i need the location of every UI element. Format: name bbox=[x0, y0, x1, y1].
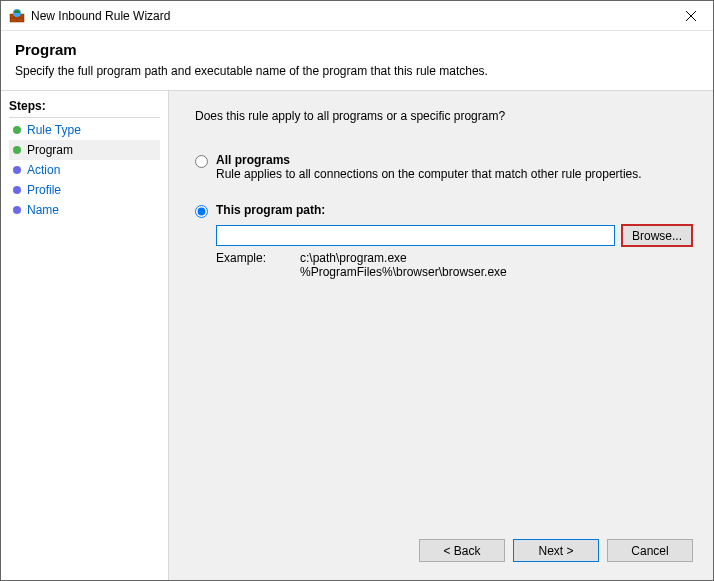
step-label: Rule Type bbox=[27, 123, 81, 137]
window-title: New Inbound Rule Wizard bbox=[31, 9, 668, 23]
option-all-programs[interactable]: All programs Rule applies to all connect… bbox=[195, 153, 693, 181]
main-panel: Does this rule apply to all programs or … bbox=[169, 91, 713, 580]
wizard-buttons: < Back Next > Cancel bbox=[195, 533, 693, 568]
question-text: Does this rule apply to all programs or … bbox=[195, 109, 693, 123]
step-bullet-icon bbox=[13, 206, 21, 214]
option-all-desc: Rule applies to all connections on the c… bbox=[216, 167, 693, 181]
step-action[interactable]: Action bbox=[9, 160, 160, 180]
next-button[interactable]: Next > bbox=[513, 539, 599, 562]
example-row: Example: c:\path\program.exe %ProgramFil… bbox=[216, 251, 693, 279]
firewall-icon bbox=[9, 8, 25, 24]
option-path-title: This program path: bbox=[216, 203, 693, 217]
radio-all-programs[interactable] bbox=[195, 155, 208, 168]
option-program-path[interactable]: This program path: bbox=[195, 203, 693, 218]
steps-sidebar: Steps: Rule Type Program Action Profile … bbox=[1, 91, 169, 580]
page-title: Program bbox=[15, 41, 699, 58]
option-all-title: All programs bbox=[216, 153, 693, 167]
step-name[interactable]: Name bbox=[9, 200, 160, 220]
step-bullet-icon bbox=[13, 146, 21, 154]
page-subtitle: Specify the full program path and execut… bbox=[15, 64, 699, 78]
back-button[interactable]: < Back bbox=[419, 539, 505, 562]
step-profile[interactable]: Profile bbox=[9, 180, 160, 200]
step-bullet-icon bbox=[13, 186, 21, 194]
radio-program-path[interactable] bbox=[195, 205, 208, 218]
step-program[interactable]: Program bbox=[9, 140, 160, 160]
step-bullet-icon bbox=[13, 126, 21, 134]
step-bullet-icon bbox=[13, 166, 21, 174]
titlebar: New Inbound Rule Wizard bbox=[1, 1, 713, 31]
browse-button[interactable]: Browse... bbox=[621, 224, 693, 247]
example-text: c:\path\program.exe %ProgramFiles%\brows… bbox=[300, 251, 507, 279]
steps-title: Steps: bbox=[9, 95, 160, 118]
step-rule-type[interactable]: Rule Type bbox=[9, 120, 160, 140]
program-path-input[interactable] bbox=[216, 225, 615, 246]
step-label: Profile bbox=[27, 183, 61, 197]
cancel-button[interactable]: Cancel bbox=[607, 539, 693, 562]
wizard-header: Program Specify the full program path an… bbox=[1, 31, 713, 91]
step-label: Program bbox=[27, 143, 73, 157]
step-label: Name bbox=[27, 203, 59, 217]
example-label: Example: bbox=[216, 251, 272, 279]
step-label: Action bbox=[27, 163, 60, 177]
close-button[interactable] bbox=[668, 1, 713, 30]
wizard-window: New Inbound Rule Wizard Program Specify … bbox=[0, 0, 714, 581]
